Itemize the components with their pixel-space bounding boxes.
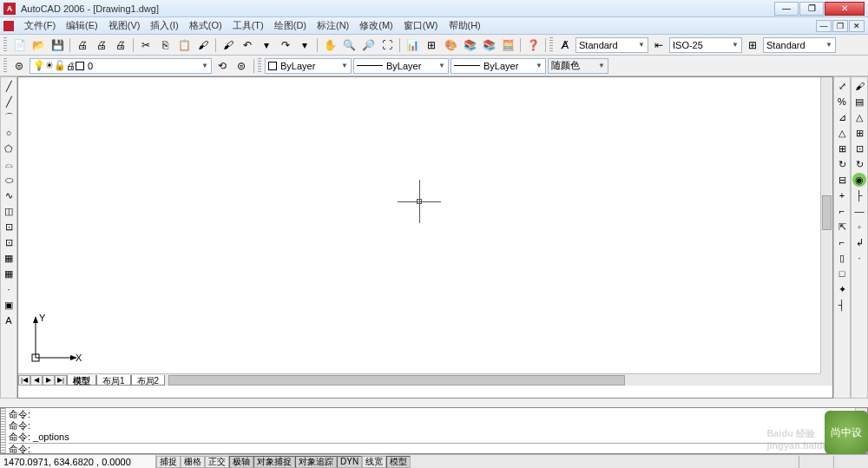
revcloud-button[interactable]: ∿ <box>2 188 16 202</box>
tab-layout1[interactable]: 布局1 <box>96 375 131 386</box>
color-dropdown[interactable]: ByLayer ▼ <box>265 58 352 74</box>
grid-toggle[interactable]: 栅格 <box>181 456 205 468</box>
markup-button[interactable] <box>480 36 497 54</box>
open-button[interactable] <box>30 36 47 54</box>
lwt-toggle[interactable]: 线宽 <box>362 456 386 468</box>
plot-preview-button[interactable] <box>93 36 110 54</box>
array-button[interactable]: ⊞ <box>835 142 849 155</box>
maximize-button[interactable]: ❐ <box>799 2 824 16</box>
erase-button[interactable]: ⤢ <box>835 79 849 93</box>
arc-button[interactable]: ⌓ <box>2 157 16 171</box>
extra-tool-2[interactable]: △ <box>852 110 866 124</box>
line-button[interactable]: ╱ <box>2 79 16 93</box>
paste-button[interactable] <box>175 36 193 54</box>
coordinates-display[interactable]: 1470.0971, 634.6820 , 0.0000 <box>0 455 156 468</box>
mdi-restore-button[interactable]: ❐ <box>832 20 848 32</box>
tab-nav-last[interactable]: ▶| <box>55 375 67 386</box>
table-style-dropdown[interactable]: Standard ▼ <box>763 37 836 53</box>
menu-modify[interactable]: 修改(M) <box>354 17 398 34</box>
zoom-realtime-button[interactable] <box>340 36 358 54</box>
text-style-icon[interactable]: A̸ <box>556 36 574 54</box>
text-style-dropdown[interactable]: Standard ▼ <box>575 37 648 53</box>
block-editor-button[interactable] <box>220 36 237 54</box>
mtext-button[interactable]: A <box>2 313 16 327</box>
menu-file[interactable]: 文件(F) <box>19 17 61 34</box>
menu-view[interactable]: 视图(V) <box>103 17 146 34</box>
comm-center-icon[interactable]: ◉ <box>852 173 866 187</box>
extra-tool-7[interactable]: ├ <box>852 188 866 202</box>
table-style-icon[interactable]: ⊞ <box>744 36 761 54</box>
stretch-button[interactable]: ⌐ <box>835 204 849 218</box>
extend-button[interactable]: ⌐ <box>835 235 849 249</box>
extra-tool-4[interactable]: ⊡ <box>852 142 866 155</box>
extra-tool-11[interactable]: · <box>852 251 866 265</box>
properties-toolbar-grip[interactable] <box>258 58 261 74</box>
menu-insert[interactable]: 插入(I) <box>145 17 183 34</box>
osnap-toggle[interactable]: 对象捕捉 <box>253 456 295 468</box>
extra-tool-5[interactable]: ↻ <box>852 157 866 171</box>
copy-object-button[interactable]: % <box>835 95 849 109</box>
ortho-toggle[interactable]: 正交 <box>205 456 229 468</box>
extra-tool-8[interactable]: — <box>852 204 866 218</box>
menu-tools[interactable]: 工具(T) <box>227 17 269 34</box>
mdi-minimize-button[interactable]: — <box>816 20 832 32</box>
tab-nav-prev[interactable]: ◀ <box>30 375 43 386</box>
point-button[interactable]: · <box>2 282 16 296</box>
tool-palettes-button[interactable] <box>442 36 459 54</box>
mirror-button[interactable]: ⊿ <box>835 110 849 124</box>
plotstyle-dropdown[interactable]: 随颜色 ▼ <box>548 58 608 74</box>
snap-toggle[interactable]: 捕捉 <box>156 456 181 468</box>
cut-button[interactable] <box>137 36 155 54</box>
menu-help[interactable]: 帮助(H) <box>444 17 486 34</box>
rotate-button[interactable]: ⊟ <box>835 173 849 187</box>
tab-layout2[interactable]: 布局2 <box>131 375 166 386</box>
undo-button[interactable] <box>239 36 256 54</box>
toolbar-grip[interactable] <box>3 58 7 74</box>
zoom-window-button[interactable] <box>378 36 396 54</box>
mdi-close-button[interactable]: ✕ <box>849 20 865 32</box>
copy-button[interactable] <box>156 36 174 54</box>
layer-dropdown[interactable]: ☀ 🔓 🖨 0 ▼ <box>30 58 212 74</box>
dim-style-icon[interactable]: ⇤ <box>650 36 667 54</box>
tab-nav-first[interactable]: |◀ <box>18 375 30 386</box>
chamfer-button[interactable]: ✦ <box>835 282 849 296</box>
styles-toolbar-grip[interactable] <box>549 37 553 53</box>
minimize-button[interactable]: — <box>774 2 799 16</box>
extra-tool-3[interactable]: ⊞ <box>852 126 866 140</box>
polyline-button[interactable]: ⌒ <box>2 110 16 124</box>
toolbar-grip[interactable] <box>3 37 7 53</box>
break-button[interactable]: ▯ <box>835 251 849 265</box>
undo-dropdown[interactable]: ▾ <box>258 36 275 54</box>
new-button[interactable] <box>10 36 28 54</box>
circle-button[interactable]: ⬭ <box>2 173 16 187</box>
layer-manager-button[interactable]: ⊜ <box>10 57 28 75</box>
rectangle-button[interactable]: ⬠ <box>2 142 16 155</box>
insert-block-button[interactable]: ▦ <box>2 251 16 265</box>
redo-button[interactable] <box>277 36 294 54</box>
plot-button[interactable] <box>74 36 91 54</box>
help-button[interactable] <box>524 36 542 54</box>
polar-toggle[interactable]: 极轴 <box>229 456 253 468</box>
xline-button[interactable]: ╱ <box>2 95 16 109</box>
linetype-dropdown[interactable]: ByLayer ▼ <box>353 58 449 74</box>
save-button[interactable] <box>49 36 66 54</box>
sheet-set-button[interactable] <box>461 36 478 54</box>
extra-tool-10[interactable]: ↲ <box>852 235 866 249</box>
fillet-button[interactable]: ┤ <box>835 298 849 312</box>
menu-window[interactable]: 窗口(W) <box>398 17 444 34</box>
design-center-button[interactable] <box>423 36 440 54</box>
menu-dimension[interactable]: 标注(N) <box>312 17 354 34</box>
dim-style-dropdown[interactable]: ISO-25 ▼ <box>669 37 742 53</box>
menu-edit[interactable]: 编辑(E) <box>61 17 103 34</box>
properties-button[interactable] <box>404 36 421 54</box>
close-button[interactable]: ✕ <box>825 2 865 16</box>
extra-tool-9[interactable]: ◦ <box>852 220 866 234</box>
quickcalc-button[interactable] <box>499 36 516 54</box>
tab-model[interactable]: 模型 <box>67 375 96 386</box>
menu-format[interactable]: 格式(O) <box>184 17 227 34</box>
layer-previous-button[interactable]: ⟲ <box>214 57 231 75</box>
zoom-previous-button[interactable] <box>359 36 377 54</box>
layer-states-button[interactable]: ⊜ <box>233 57 250 75</box>
command-window[interactable]: 命令: 命令: 命令: _options 命令: <box>0 407 868 454</box>
horizontal-scrollbar[interactable] <box>168 375 820 386</box>
